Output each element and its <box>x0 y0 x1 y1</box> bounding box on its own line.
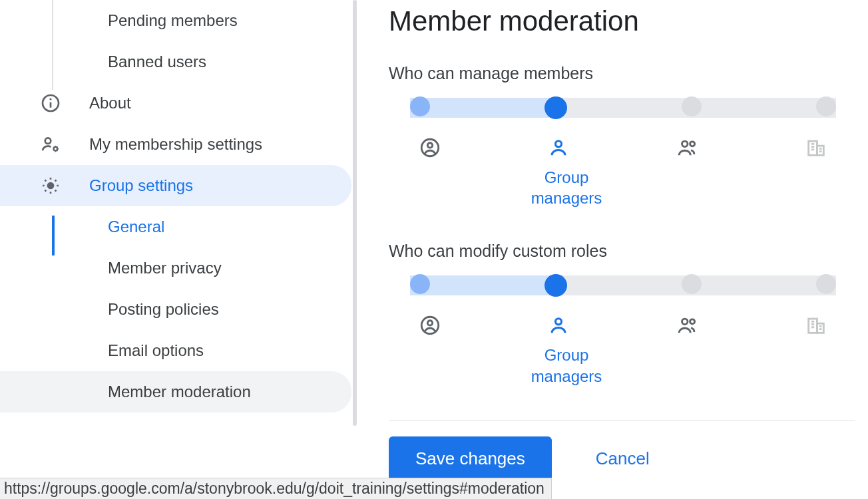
divider <box>389 420 855 420</box>
svg-point-3 <box>45 138 51 144</box>
users-icon <box>668 314 708 337</box>
sidebar-item-label: Member privacy <box>108 259 222 277</box>
building-icon <box>796 314 836 337</box>
slider-stop-org[interactable] <box>816 96 836 116</box>
cancel-button[interactable]: Cancel <box>592 448 654 470</box>
main-content: Member moderation Who can manage members <box>351 0 868 499</box>
sidebar-item-member-privacy[interactable]: Member privacy <box>0 248 351 289</box>
slider-value-label: Group managers <box>523 167 610 208</box>
save-button[interactable]: Save changes <box>389 436 552 481</box>
slider-modify-roles[interactable]: Group managers <box>410 277 836 386</box>
slider-stop-owners[interactable] <box>410 274 430 294</box>
user-icon <box>539 314 578 337</box>
sidebar-item-membership-settings[interactable]: My membership settings <box>0 124 351 165</box>
button-row: Save changes Cancel <box>389 436 868 481</box>
sidebar-item-group-settings[interactable]: Group settings <box>0 165 351 206</box>
sidebar-item-pending-members[interactable]: Pending members <box>0 0 351 41</box>
sidebar-item-label: Email options <box>108 341 204 360</box>
svg-point-21 <box>682 319 688 325</box>
sidebar-item-email-options[interactable]: Email options <box>0 330 351 371</box>
svg-point-7 <box>427 143 432 148</box>
svg-point-22 <box>690 319 694 324</box>
svg-point-8 <box>556 141 562 147</box>
slider-stop-members[interactable] <box>682 96 702 116</box>
page-title: Member moderation <box>389 5 868 37</box>
svg-point-9 <box>682 141 688 147</box>
svg-point-20 <box>556 319 562 325</box>
sidebar: Pending members Banned users About My me… <box>0 0 351 499</box>
sidebar-item-label: Pending members <box>108 11 238 30</box>
sidebar-item-label: Group settings <box>89 176 193 195</box>
slider-stop-owners[interactable] <box>410 96 430 116</box>
building-icon <box>796 136 836 159</box>
sidebar-item-label: Banned users <box>108 53 206 71</box>
sidebar-item-label: Posting policies <box>108 300 219 319</box>
setting-label: Who can manage members <box>389 64 868 83</box>
browser-statusbar: https://groups.google.com/a/stonybrook.e… <box>0 478 552 499</box>
sidebar-item-label: My membership settings <box>89 135 262 154</box>
sidebar-item-about[interactable]: About <box>0 83 351 124</box>
sidebar-item-label: Member moderation <box>108 383 251 401</box>
sidebar-item-member-moderation[interactable]: Member moderation <box>0 371 351 413</box>
slider-stop-members[interactable] <box>682 274 702 294</box>
user-icon <box>539 136 578 159</box>
user-gear-icon <box>40 134 63 155</box>
svg-point-2 <box>49 98 51 100</box>
slider-manage-members[interactable]: Group managers <box>410 99 836 208</box>
users-icon <box>668 136 708 159</box>
sidebar-item-label: General <box>108 218 164 236</box>
setting-label: Who can modify custom roles <box>389 242 868 261</box>
sidebar-item-posting-policies[interactable]: Posting policies <box>0 289 351 330</box>
sidebar-item-label: About <box>89 94 131 112</box>
slider-stop-org[interactable] <box>816 274 836 294</box>
gear-icon <box>40 175 63 196</box>
setting-modify-roles: Who can modify custom roles <box>389 242 868 386</box>
sidebar-item-banned-users[interactable]: Banned users <box>0 41 351 83</box>
info-icon <box>40 92 63 114</box>
svg-point-10 <box>690 142 694 146</box>
slider-stop-managers[interactable] <box>544 96 567 119</box>
sidebar-item-general[interactable]: General <box>0 206 351 248</box>
user-circle-icon <box>410 136 450 159</box>
svg-point-5 <box>48 183 53 188</box>
slider-stop-managers[interactable] <box>544 274 567 297</box>
svg-point-4 <box>54 147 57 150</box>
user-circle-icon <box>410 314 450 337</box>
setting-manage-members: Who can manage members <box>389 64 868 208</box>
svg-point-19 <box>427 321 432 325</box>
slider-value-label: Group managers <box>523 345 610 386</box>
